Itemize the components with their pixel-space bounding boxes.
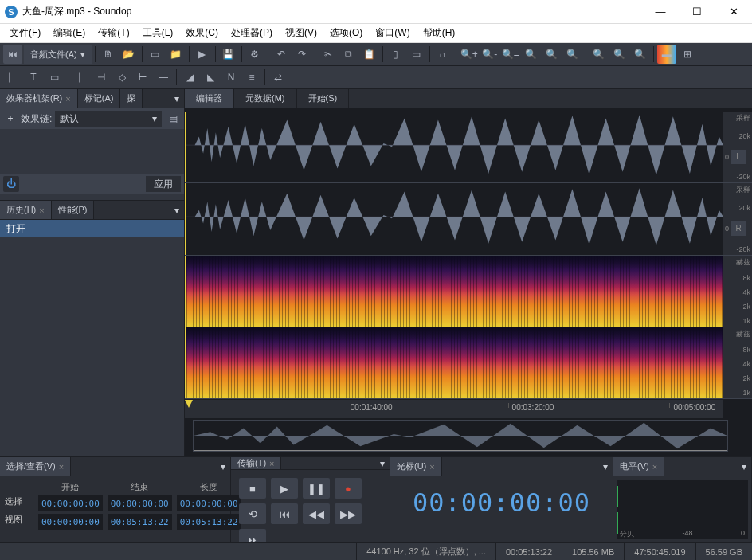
add-effect-button[interactable]: +: [3, 113, 18, 124]
layout-icon[interactable]: ⊞: [678, 45, 697, 64]
forward-button[interactable]: ▶▶: [335, 503, 362, 524]
timeline-ruler[interactable]: 00:01:40:00 00:03:20:00 00:05:00:00: [185, 399, 723, 418]
waveform-track-left[interactable]: 采样 20k 0L -20k: [185, 112, 752, 183]
go-start-button[interactable]: ⏮: [271, 503, 298, 524]
normalize-icon[interactable]: ≡: [242, 68, 261, 87]
tab-history[interactable]: 历史(H)×: [0, 201, 52, 219]
open-file-icon[interactable]: 📂: [119, 45, 139, 64]
view-end-field[interactable]: 00:05:13:22: [108, 514, 172, 530]
menu-window[interactable]: 窗口(W): [369, 24, 416, 42]
channel-r-button[interactable]: R: [731, 221, 746, 236]
menu-view[interactable]: 视图(V): [279, 24, 323, 42]
panel-more-icon[interactable]: ▾: [170, 205, 184, 216]
tab-markers[interactable]: 标记(A): [78, 89, 121, 108]
settings-icon[interactable]: ⚙: [245, 45, 264, 64]
zoom-v-in-icon[interactable]: 🔍: [589, 45, 609, 64]
overview-scrollbar[interactable]: [193, 420, 728, 452]
menu-help[interactable]: 帮助(H): [417, 24, 462, 42]
marker-prev-icon[interactable]: ⊣: [92, 68, 111, 87]
close-button[interactable]: ✕: [715, 0, 752, 24]
minimize-button[interactable]: —: [642, 0, 679, 24]
marker-next-icon[interactable]: ⊢: [133, 68, 152, 87]
panel-more-icon[interactable]: ▾: [216, 461, 230, 472]
spectrogram-track-left[interactable]: 赫兹 8k 4k 2k 1k: [185, 256, 752, 327]
menu-options[interactable]: 选项(O): [323, 24, 369, 42]
tab-level[interactable]: 电平(V)×: [613, 457, 664, 476]
spectrogram-track-right[interactable]: 赫兹 8k 4k 2k 1k: [185, 327, 752, 399]
gain-icon[interactable]: N: [221, 68, 241, 87]
trim-tool-icon[interactable]: T: [24, 68, 43, 87]
new-track-icon[interactable]: ▭: [146, 45, 165, 64]
menu-file[interactable]: 文件(F): [3, 24, 47, 42]
stop-button[interactable]: ■: [239, 478, 266, 499]
cut-icon[interactable]: ✂: [319, 45, 338, 64]
tab-browse[interactable]: 探: [120, 89, 143, 108]
fx-preset-select[interactable]: 默认▾: [55, 111, 162, 127]
menu-processor[interactable]: 处理器(P): [225, 24, 279, 42]
open-track-icon[interactable]: 📁: [166, 45, 186, 64]
zoom-in-icon[interactable]: 🔍+: [460, 45, 479, 64]
pause-button[interactable]: ❚❚: [303, 478, 330, 499]
zoom-fit-icon[interactable]: 🔍=: [501, 45, 520, 64]
history-item-open[interactable]: 打开: [0, 220, 184, 237]
trim-end-icon[interactable]: ⎹: [65, 68, 84, 87]
close-icon[interactable]: ×: [269, 459, 274, 468]
panel-more-icon[interactable]: ▾: [375, 458, 390, 469]
menu-effects[interactable]: 效果(C): [179, 24, 225, 42]
trim-start-icon[interactable]: ⎸: [3, 68, 22, 87]
tab-start[interactable]: 开始(S): [297, 89, 350, 108]
overview-viewport[interactable]: [194, 421, 727, 451]
fx-list-icon[interactable]: ▤: [165, 111, 181, 127]
tab-cursor[interactable]: 光标(U)×: [390, 457, 442, 476]
play-icon[interactable]: ▶: [193, 45, 212, 64]
close-icon[interactable]: ×: [39, 206, 44, 215]
paste-icon[interactable]: 📋: [360, 45, 379, 64]
fx-apply-button[interactable]: 应用: [146, 176, 181, 192]
playhead-marker[interactable]: [185, 400, 193, 408]
zoom-out-icon[interactable]: 🔍-: [480, 45, 499, 64]
loop-button[interactable]: ⟲: [239, 503, 266, 524]
zoom-v-fit-icon[interactable]: 🔍: [631, 45, 650, 64]
skip-back-icon[interactable]: ⏮: [3, 45, 22, 64]
view-start-field[interactable]: 00:00:00:00: [38, 514, 103, 530]
sel-start-field[interactable]: 00:00:00:00: [38, 495, 103, 511]
fx-power-button[interactable]: ⏻: [3, 176, 19, 192]
spectrum-icon[interactable]: ▬: [657, 45, 676, 64]
range-tool-icon[interactable]: ▭: [407, 45, 426, 64]
tab-transport[interactable]: 传输(T)×: [231, 457, 281, 469]
menu-transport[interactable]: 传输(T): [92, 24, 135, 42]
waveform-track-right[interactable]: 采样 20k 0R -20k: [185, 183, 752, 255]
tab-performance[interactable]: 性能(P): [52, 201, 95, 219]
close-icon[interactable]: ×: [65, 94, 70, 104]
save-icon[interactable]: 💾: [219, 45, 238, 64]
snap-icon[interactable]: ∩: [433, 45, 452, 64]
menu-tools[interactable]: 工具(L): [136, 24, 180, 42]
close-icon[interactable]: ×: [429, 462, 434, 472]
new-file-icon[interactable]: 🗎: [99, 45, 118, 64]
close-icon[interactable]: ×: [652, 462, 657, 472]
sel-end-field[interactable]: 00:00:00:00: [108, 495, 172, 511]
copy-icon[interactable]: ⧉: [339, 45, 358, 64]
maximize-button[interactable]: ☐: [679, 0, 715, 24]
marker-add-icon[interactable]: ◇: [112, 68, 131, 87]
redo-icon[interactable]: ↷: [292, 45, 311, 64]
select-tool-icon[interactable]: ▯: [386, 45, 405, 64]
undo-icon[interactable]: ↶: [272, 45, 291, 64]
record-button[interactable]: ●: [335, 478, 362, 499]
menu-edit[interactable]: 编辑(E): [47, 24, 92, 42]
rewind-button[interactable]: ◀◀: [303, 503, 330, 524]
reverse-icon[interactable]: ⇄: [268, 68, 288, 87]
close-icon[interactable]: ×: [59, 462, 64, 472]
zoom-all-icon[interactable]: 🔍: [563, 45, 582, 64]
panel-more-icon[interactable]: ▾: [737, 461, 751, 472]
tab-selection[interactable]: 选择/查看(V)×: [0, 457, 71, 476]
fade-out-icon[interactable]: ◣: [201, 68, 220, 87]
zoom-sel-out-icon[interactable]: 🔍: [542, 45, 562, 64]
channel-l-button[interactable]: L: [731, 150, 746, 164]
file-type-dropdown[interactable]: 音频文件(A) ▾: [24, 45, 92, 64]
panel-more-icon[interactable]: ▾: [598, 461, 613, 472]
tab-fx-rack[interactable]: 效果器机架(R)×: [0, 89, 78, 108]
panel-more-icon[interactable]: ▾: [170, 93, 184, 104]
tab-metadata[interactable]: 元数据(M): [234, 89, 297, 108]
zoom-sel-in-icon[interactable]: 🔍: [522, 45, 541, 64]
